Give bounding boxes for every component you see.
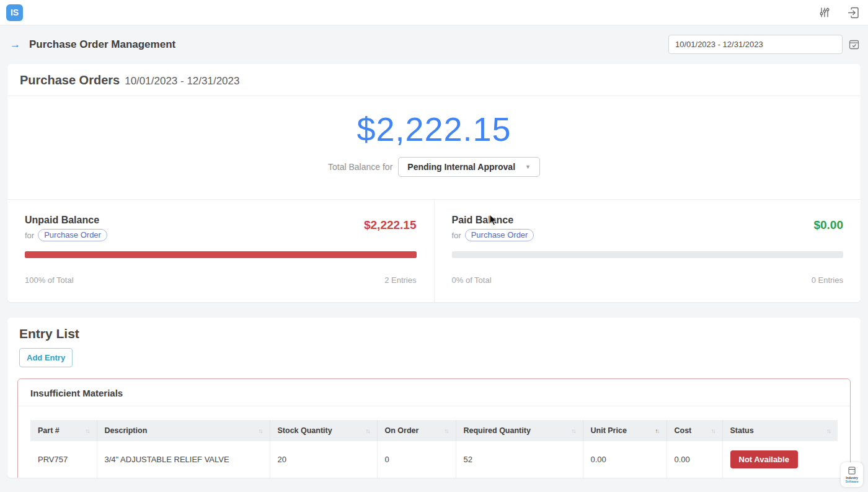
vendor-watermark-badge[interactable]: Industry Software bbox=[841, 462, 863, 487]
paid-balance-title: Paid Balance bbox=[452, 215, 534, 226]
unpaid-progress-bar bbox=[25, 251, 417, 258]
page-title: Purchase Order Management bbox=[29, 38, 175, 51]
date-range-input[interactable] bbox=[668, 35, 843, 54]
insufficient-materials-title: Insufficient Materials bbox=[18, 379, 850, 406]
table-header-row: Part #↑↓ Description↑↓ Stock Quantity↑↓ … bbox=[30, 420, 838, 441]
paid-entries-count: 0 Entries bbox=[812, 275, 843, 285]
col-header-cost[interactable]: Cost↑↓ bbox=[666, 420, 722, 441]
cell-part: PRV757 bbox=[30, 441, 97, 478]
card-title: Purchase Orders bbox=[20, 73, 120, 87]
cell-on-order: 0 bbox=[377, 441, 456, 478]
paid-purchase-order-tag[interactable]: Purchase Order bbox=[465, 229, 534, 241]
unpaid-percent-of-total: 100% of Total bbox=[25, 275, 74, 285]
sort-icon[interactable]: ↑↓ bbox=[572, 427, 575, 434]
calendar-icon[interactable] bbox=[849, 39, 859, 50]
app-logo[interactable]: IS bbox=[6, 4, 23, 21]
cell-description: 3/4" ADJUSTABLE RELIEF VALVE bbox=[97, 441, 270, 478]
total-balance-label: Total Balance for bbox=[328, 162, 392, 172]
col-header-required-quantity[interactable]: Required Quantity↑↓ bbox=[456, 420, 583, 441]
chevron-down-icon: ▼ bbox=[525, 164, 531, 170]
status-filter-select[interactable]: Pending Internal Approval ▼ bbox=[398, 157, 540, 177]
sort-icon[interactable]: ↑↓ bbox=[711, 427, 715, 434]
status-filter-value: Pending Internal Approval bbox=[407, 162, 515, 172]
sort-icon[interactable]: ↑↓ bbox=[259, 427, 262, 434]
box-logo-icon bbox=[847, 466, 857, 476]
add-entry-button[interactable]: Add Entry bbox=[19, 348, 73, 367]
logout-icon[interactable] bbox=[847, 6, 859, 19]
cell-status: Not Available bbox=[722, 441, 838, 478]
purchase-orders-card-header: Purchase Orders10/01/2023 - 12/31/2023 bbox=[7, 64, 861, 96]
col-header-stock-quantity[interactable]: Stock Quantity↑↓ bbox=[270, 420, 377, 441]
purchase-orders-card: Purchase Orders10/01/2023 - 12/31/2023 $… bbox=[7, 64, 861, 302]
sort-icon-active-asc[interactable]: ↑↓ bbox=[655, 427, 659, 434]
total-balance-zone: $2,222.15 Total Balance for Pending Inte… bbox=[7, 96, 861, 199]
paid-percent-of-total: 0% of Total bbox=[452, 275, 492, 285]
card-date-range: 10/01/2023 - 12/31/2023 bbox=[125, 75, 239, 87]
sort-icon[interactable]: ↑↓ bbox=[86, 427, 89, 434]
filter-sliders-icon[interactable] bbox=[818, 6, 831, 19]
paid-for-label: for bbox=[452, 231, 461, 240]
forward-arrow-icon[interactable]: → bbox=[10, 39, 20, 50]
unpaid-balance-amount: $2,222.15 bbox=[364, 218, 417, 232]
sort-icon[interactable]: ↑↓ bbox=[366, 427, 370, 434]
table-row[interactable]: PRV757 3/4" ADJUSTABLE RELIEF VALVE 20 0… bbox=[30, 441, 838, 478]
paid-balance-panel: Paid Balance for Purchase Order $0.00 0%… bbox=[435, 200, 861, 302]
total-balance-amount: $2,222.15 bbox=[7, 110, 861, 148]
unpaid-for-label: for bbox=[25, 231, 34, 240]
cell-stock-quantity: 20 bbox=[270, 441, 377, 478]
paid-progress-bar bbox=[452, 251, 844, 258]
col-header-part[interactable]: Part #↑↓ bbox=[30, 420, 97, 441]
insufficient-materials-table: Part #↑↓ Description↑↓ Stock Quantity↑↓ … bbox=[30, 420, 838, 478]
insufficient-materials-card: Insufficient Materials Part #↑↓ Descript… bbox=[17, 378, 851, 478]
cell-unit-price: 0.00 bbox=[583, 441, 666, 478]
status-badge: Not Available bbox=[730, 450, 798, 468]
topbar: IS bbox=[0, 0, 868, 25]
watermark-text: Industry Software bbox=[845, 476, 858, 483]
unpaid-progress-fill bbox=[25, 251, 417, 258]
sort-icon[interactable]: ↑↓ bbox=[826, 427, 830, 434]
col-header-description[interactable]: Description↑↓ bbox=[97, 420, 270, 441]
unpaid-balance-panel: Unpaid Balance for Purchase Order $2,222… bbox=[7, 200, 435, 302]
col-header-unit-price[interactable]: Unit Price↑↓ bbox=[583, 420, 666, 441]
page-header: → Purchase Order Management bbox=[0, 25, 868, 63]
col-header-on-order[interactable]: On Order↑↓ bbox=[377, 420, 456, 441]
unpaid-entries-count: 2 Entries bbox=[384, 275, 416, 285]
cell-cost: 0.00 bbox=[666, 441, 722, 478]
entry-list-title: Entry List bbox=[19, 326, 851, 341]
col-header-status[interactable]: Status↑↓ bbox=[722, 420, 838, 441]
entry-list-card: Entry List Add Entry Insufficient Materi… bbox=[7, 318, 861, 478]
unpaid-purchase-order-tag[interactable]: Purchase Order bbox=[38, 229, 107, 241]
paid-balance-amount: $0.00 bbox=[813, 218, 843, 232]
sort-icon[interactable]: ↑↓ bbox=[445, 427, 448, 434]
cell-required-quantity: 52 bbox=[456, 441, 583, 478]
unpaid-balance-title: Unpaid Balance bbox=[25, 215, 107, 226]
